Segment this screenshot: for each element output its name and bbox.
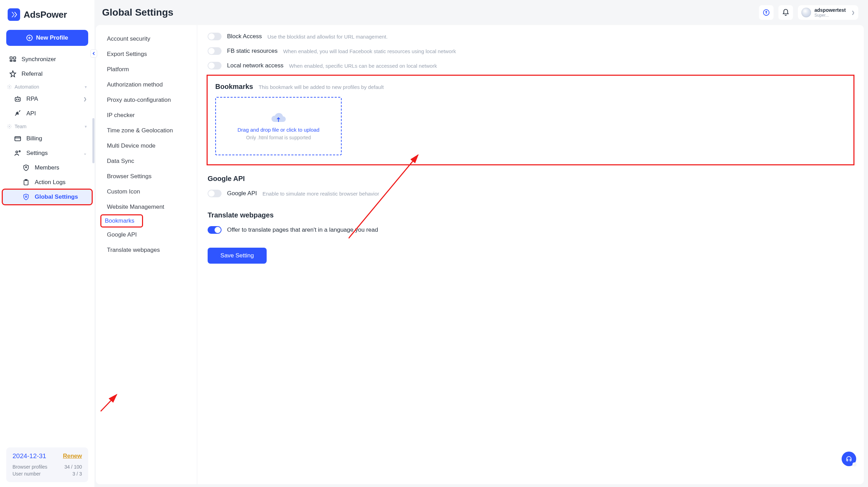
- refresh-up-icon: [762, 9, 770, 16]
- svg-rect-1: [14, 57, 16, 59]
- row-fb-static: FB static resources When enabled, you wi…: [208, 44, 853, 58]
- settings-sections-nav: Account security Export Settings Platfor…: [96, 25, 197, 484]
- settings-nav-custom-icon[interactable]: Custom Icon: [99, 185, 194, 199]
- fb-static-label: FB static resources: [227, 48, 278, 55]
- notifications-button[interactable]: [778, 5, 793, 20]
- sidebar-scrollbar[interactable]: [92, 118, 94, 163]
- gear-icon: [7, 84, 12, 89]
- settings-nav-timezone-geo[interactable]: Time zone & Geolocation: [99, 124, 194, 138]
- svg-point-12: [25, 167, 26, 168]
- svg-rect-5: [15, 97, 20, 101]
- settings-nav-account-security[interactable]: Account security: [99, 32, 194, 46]
- svg-rect-9: [15, 137, 21, 141]
- toggle-local-network[interactable]: [208, 62, 222, 69]
- user-name: adspowertest: [815, 7, 846, 13]
- wallet-icon: [14, 135, 22, 142]
- renew-link[interactable]: Renew: [63, 453, 82, 460]
- settings-panel: Account security Export Settings Platfor…: [96, 25, 864, 484]
- sidebar-item-rpa[interactable]: RPA ❯: [3, 92, 92, 106]
- sidebar-item-settings[interactable]: Settings ⌄: [3, 146, 92, 160]
- google-api-hint: Enable to simulate more realistic browse…: [262, 191, 379, 197]
- translate-title: Translate webpages: [208, 211, 853, 219]
- sync-cloud-button[interactable]: [759, 5, 774, 20]
- svg-point-8: [9, 126, 10, 127]
- headset-icon: [845, 455, 852, 462]
- settings-nav-multi-device[interactable]: Multi Device mode: [99, 139, 194, 153]
- sidebar-label: Action Logs: [35, 179, 66, 186]
- sidebar-label: Billing: [26, 135, 42, 142]
- settings-nav-website-management[interactable]: Website Management: [99, 200, 194, 214]
- new-profile-button[interactable]: + New Profile: [6, 30, 88, 46]
- plus-icon: +: [26, 35, 33, 41]
- row-local-network: Local network access When enabled, speci…: [208, 58, 853, 73]
- section-automation: Automation ▼: [3, 81, 92, 92]
- sidebar-item-action-logs[interactable]: Action Logs: [3, 175, 92, 190]
- toggle-fb-static[interactable]: [208, 47, 222, 55]
- svg-rect-3: [14, 60, 16, 61]
- svg-rect-2: [10, 60, 12, 61]
- sync-icon: [9, 56, 17, 63]
- settings-nav-proxy-auto-config[interactable]: Proxy auto-configuration: [99, 93, 194, 107]
- collapse-sidebar-button[interactable]: [90, 49, 97, 58]
- settings-nav-bookmarks[interactable]: Bookmarks: [101, 215, 142, 226]
- toggle-google-api[interactable]: [208, 190, 222, 197]
- help-floating-button[interactable]: [842, 452, 856, 466]
- local-network-label: Local network access: [227, 62, 284, 69]
- sidebar-item-synchronizer[interactable]: Synchronizer: [3, 52, 92, 67]
- settings-nav-google-api[interactable]: Google API: [99, 228, 194, 242]
- settings-nav-data-sync[interactable]: Data Sync: [99, 154, 194, 168]
- sidebar-item-referral[interactable]: Referral: [3, 67, 92, 81]
- shield-person-icon: [22, 164, 30, 172]
- svg-point-15: [25, 196, 27, 197]
- settings-content: Block Access Use the blocklist and allow…: [197, 25, 864, 484]
- users-gear-icon: [14, 149, 22, 157]
- bookmarks-upload-dropzone[interactable]: Drag and drop file or click to upload On…: [215, 97, 342, 155]
- bookmarks-title: Bookmarks: [215, 83, 253, 91]
- cloud-upload-icon: [270, 112, 286, 125]
- settings-nav-platform[interactable]: Platform: [99, 63, 194, 76]
- sidebar-label: Referral: [22, 71, 42, 77]
- fb-static-hint: When enabled, you will load Facebook sta…: [283, 48, 456, 54]
- svg-point-6: [16, 99, 17, 100]
- bell-icon: [782, 9, 790, 16]
- toggle-translate[interactable]: [208, 226, 222, 234]
- section-team: Team ▼: [3, 121, 92, 131]
- svg-point-7: [18, 99, 19, 100]
- svg-point-11: [19, 151, 20, 152]
- caret-down-icon: ▼: [84, 85, 87, 89]
- avatar: [801, 8, 811, 17]
- main-area: Global Settings adspowertest Super... ❯: [94, 0, 868, 487]
- sidebar: AdsPower + New Profile Synchronizer Refe…: [0, 0, 94, 487]
- sidebar-item-api[interactable]: API: [3, 106, 92, 121]
- block-access-hint: Use the blocklist and allowlist for URL …: [267, 34, 387, 40]
- sidebar-label: RPA: [26, 96, 38, 102]
- logo-icon: [8, 8, 20, 21]
- subscription-expiry: 2024-12-31: [12, 452, 46, 460]
- dropzone-sub-text: Only .html format is supported: [246, 135, 311, 140]
- save-setting-button[interactable]: Save Setting: [208, 248, 267, 264]
- block-access-label: Block Access: [227, 33, 262, 40]
- svg-point-10: [16, 151, 18, 153]
- settings-nav-translate[interactable]: Translate webpages: [99, 243, 194, 257]
- sidebar-item-billing[interactable]: Billing: [3, 131, 92, 146]
- user-menu[interactable]: adspowertest Super... ❯: [798, 5, 858, 20]
- settings-nav-export-settings[interactable]: Export Settings: [99, 47, 194, 61]
- sidebar-label: Members: [35, 164, 59, 171]
- account-summary-card: 2024-12-31 Renew Browser profiles 34 / 1…: [6, 447, 88, 482]
- google-api-label: Google API: [227, 190, 257, 197]
- sidebar-label: API: [26, 110, 36, 117]
- sidebar-item-global-settings[interactable]: Global Settings: [3, 190, 92, 204]
- sidebar-item-members[interactable]: Members: [3, 160, 92, 175]
- users-value: 3 / 3: [73, 471, 82, 477]
- brand-logo[interactable]: AdsPower: [0, 0, 94, 27]
- settings-nav-browser-settings[interactable]: Browser Settings: [99, 170, 194, 183]
- profiles-label: Browser profiles: [12, 464, 47, 470]
- robot-icon: [14, 95, 22, 103]
- settings-nav-authorization-method[interactable]: Authorization method: [99, 78, 194, 92]
- sidebar-label: Settings: [26, 150, 48, 157]
- settings-nav-ip-checker[interactable]: IP checker: [99, 108, 194, 122]
- chevron-right-icon: ❯: [851, 10, 855, 15]
- toggle-block-access[interactable]: [208, 33, 222, 40]
- gear-icon: [7, 124, 12, 129]
- sidebar-label: Synchronizer: [22, 56, 56, 63]
